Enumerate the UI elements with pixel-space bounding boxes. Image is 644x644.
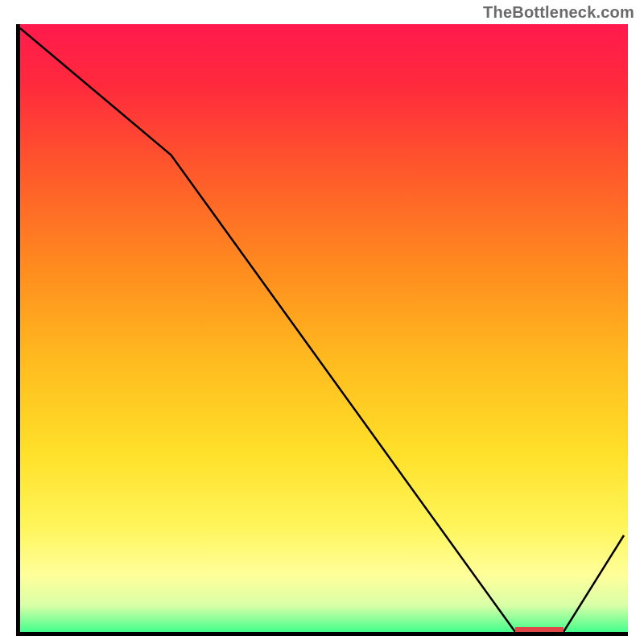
chart-background — [16, 24, 628, 636]
y-axis — [16, 24, 20, 636]
chart-container — [16, 24, 628, 636]
watermark-text: TheBottleneck.com — [483, 3, 634, 22]
chart-svg — [16, 24, 628, 636]
optimal-range-marker — [515, 627, 564, 632]
